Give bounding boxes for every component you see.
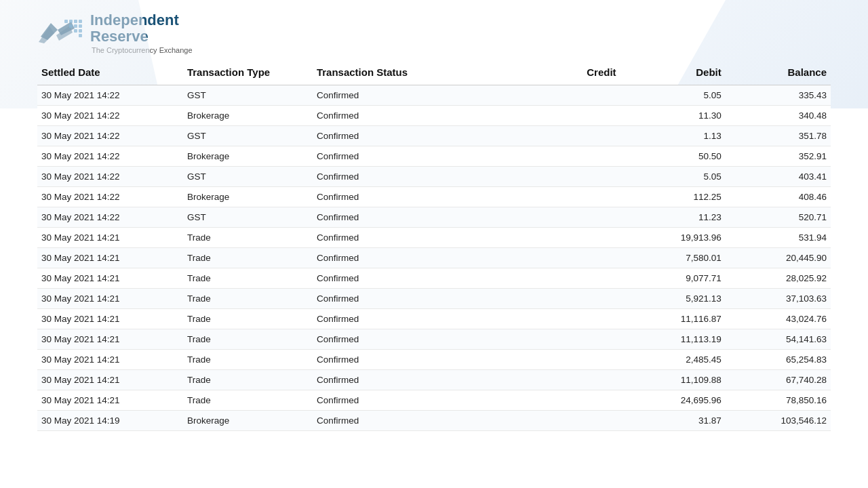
cell-credit: [475, 289, 620, 309]
cell-type: Trade: [183, 370, 313, 390]
cell-credit: [475, 268, 620, 289]
cell-balance: 20,445.90: [726, 248, 831, 268]
cell-balance: 65,254.83: [726, 350, 831, 370]
header-balance: Balance: [726, 61, 831, 85]
table-row: 30 May 2021 14:21TradeConfirmed11,116.87…: [37, 309, 831, 329]
cell-debit: 11,116.87: [620, 309, 726, 329]
cell-type: GST: [183, 85, 313, 106]
table-row: 30 May 2021 14:22BrokerageConfirmed11.30…: [37, 106, 831, 126]
cell-status: Confirmed: [313, 85, 475, 106]
table-row: 30 May 2021 14:19BrokerageConfirmed31.87…: [37, 411, 831, 431]
cell-credit: [475, 329, 620, 350]
cell-debit: 5.05: [620, 167, 726, 187]
cell-balance: 28,025.92: [726, 268, 831, 289]
table-row: 30 May 2021 14:22BrokerageConfirmed112.2…: [37, 187, 831, 207]
cell-type: Trade: [183, 390, 313, 411]
table-row: 30 May 2021 14:21TradeConfirmed11,109.88…: [37, 370, 831, 390]
cell-status: Confirmed: [313, 248, 475, 268]
cell-status: Confirmed: [313, 228, 475, 248]
cell-debit: 19,913.96: [620, 228, 726, 248]
cell-balance: 67,740.28: [726, 370, 831, 390]
cell-date: 30 May 2021 14:21: [37, 289, 183, 309]
cell-type: GST: [183, 207, 313, 228]
cell-type: Brokerage: [183, 106, 313, 126]
table-header-row: Settled Date Transaction Type Transactio…: [37, 61, 831, 85]
table-row: 30 May 2021 14:22GSTConfirmed1.13351.78: [37, 126, 831, 146]
cell-credit: [475, 167, 620, 187]
header-settled-date: Settled Date: [37, 61, 183, 85]
cell-balance: 408.46: [726, 187, 831, 207]
cell-type: Trade: [183, 309, 313, 329]
cell-date: 30 May 2021 14:21: [37, 350, 183, 370]
cell-balance: 54,141.63: [726, 329, 831, 350]
cell-credit: [475, 350, 620, 370]
cell-debit: 1.13: [620, 126, 726, 146]
table-row: 30 May 2021 14:22GSTConfirmed11.23520.71: [37, 207, 831, 228]
cell-date: 30 May 2021 14:22: [37, 126, 183, 146]
cell-status: Confirmed: [313, 167, 475, 187]
cell-credit: [475, 411, 620, 431]
cell-type: Trade: [183, 248, 313, 268]
cell-debit: 9,077.71: [620, 268, 726, 289]
cell-debit: 112.25: [620, 187, 726, 207]
cell-debit: 11.30: [620, 106, 726, 126]
cell-debit: 11,109.88: [620, 370, 726, 390]
cell-status: Confirmed: [313, 268, 475, 289]
cell-status: Confirmed: [313, 390, 475, 411]
cell-date: 30 May 2021 14:22: [37, 167, 183, 187]
table-row: 30 May 2021 14:21TradeConfirmed24,695.96…: [37, 390, 831, 411]
cell-credit: [475, 309, 620, 329]
cell-balance: 335.43: [726, 85, 831, 106]
header-debit: Debit: [620, 61, 726, 85]
cell-status: Confirmed: [313, 289, 475, 309]
cell-status: Confirmed: [313, 146, 475, 167]
table-row: 30 May 2021 14:21TradeConfirmed7,580.012…: [37, 248, 831, 268]
cell-status: Confirmed: [313, 411, 475, 431]
header-credit: Credit: [475, 61, 620, 85]
table-row: 30 May 2021 14:21TradeConfirmed9,077.712…: [37, 268, 831, 289]
cell-date: 30 May 2021 14:22: [37, 187, 183, 207]
cell-date: 30 May 2021 14:22: [37, 106, 183, 126]
cell-type: GST: [183, 167, 313, 187]
cell-type: Trade: [183, 268, 313, 289]
cell-date: 30 May 2021 14:22: [37, 146, 183, 167]
cell-status: Confirmed: [313, 309, 475, 329]
cell-credit: [475, 85, 620, 106]
cell-type: Brokerage: [183, 146, 313, 167]
cell-date: 30 May 2021 14:21: [37, 248, 183, 268]
cell-status: Confirmed: [313, 370, 475, 390]
cell-date: 30 May 2021 14:21: [37, 370, 183, 390]
header-transaction-status: Transaction Status: [313, 61, 475, 85]
cell-credit: [475, 126, 620, 146]
cell-balance: 103,546.12: [726, 411, 831, 431]
cell-debit: 5,921.13: [620, 289, 726, 309]
cell-debit: 11.23: [620, 207, 726, 228]
cell-debit: 5.05: [620, 85, 726, 106]
cell-date: 30 May 2021 14:21: [37, 268, 183, 289]
cell-date: 30 May 2021 14:22: [37, 207, 183, 228]
cell-balance: 340.48: [726, 106, 831, 126]
table-row: 30 May 2021 14:22GSTConfirmed5.05335.43: [37, 85, 831, 106]
table-row: 30 May 2021 14:22GSTConfirmed5.05403.41: [37, 167, 831, 187]
cell-balance: 43,024.76: [726, 309, 831, 329]
cell-date: 30 May 2021 14:19: [37, 411, 183, 431]
cell-credit: [475, 146, 620, 167]
cell-status: Confirmed: [313, 106, 475, 126]
header-transaction-type: Transaction Type: [183, 61, 313, 85]
cell-balance: 531.94: [726, 228, 831, 248]
cell-date: 30 May 2021 14:21: [37, 329, 183, 350]
cell-status: Confirmed: [313, 187, 475, 207]
cell-balance: 403.41: [726, 167, 831, 187]
table-row: 30 May 2021 14:21TradeConfirmed19,913.96…: [37, 228, 831, 248]
cell-status: Confirmed: [313, 207, 475, 228]
cell-date: 30 May 2021 14:21: [37, 390, 183, 411]
cell-status: Confirmed: [313, 329, 475, 350]
cell-type: Trade: [183, 329, 313, 350]
cell-debit: 7,580.01: [620, 248, 726, 268]
cell-balance: 37,103.63: [726, 289, 831, 309]
table-row: 30 May 2021 14:21TradeConfirmed11,113.19…: [37, 329, 831, 350]
cell-debit: 31.87: [620, 411, 726, 431]
cell-debit: 50.50: [620, 146, 726, 167]
cell-type: Trade: [183, 350, 313, 370]
cell-balance: 352.91: [726, 146, 831, 167]
